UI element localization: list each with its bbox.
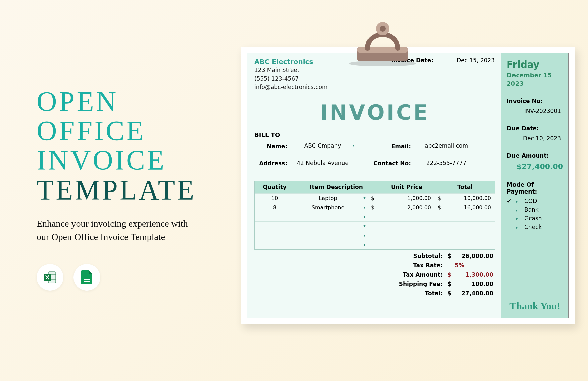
payment-option-label: COD: [524, 198, 563, 204]
bill-to-email-input[interactable]: abc2email.com: [413, 142, 480, 150]
invoice-page: ABC Electronics 123 Main Street (555) 12…: [247, 53, 569, 318]
payment-option[interactable]: Check: [507, 224, 563, 230]
bill-to-name-input[interactable]: ABC Cmpany: [289, 142, 356, 150]
shipping-label: Shipping Fee:: [395, 281, 445, 287]
invoice-sidebar: Friday December 15 2023 Invoice No: INV-…: [501, 53, 568, 318]
due-amount-value: $27,400.00: [507, 162, 563, 171]
check-icon: [507, 198, 513, 204]
chevron-down-icon[interactable]: ▾: [361, 222, 368, 231]
left-panel: OPEN OFFICE INVOICE TEMPLATE Enhance you…: [37, 87, 207, 291]
items-table-header: Quatity Item Description Unit Price Tota…: [255, 181, 495, 193]
cell-total-currency: $: [435, 204, 445, 211]
payment-option-label: Bank: [524, 206, 563, 213]
clipboard-clip-icon: [344, 10, 421, 67]
payment-option-label: Gcash: [524, 215, 563, 222]
svg-point-8: [349, 61, 416, 66]
table-row[interactable]: ▾: [255, 231, 495, 240]
payment-option-label: Check: [524, 224, 563, 230]
due-date-value: Dec 10, 2023: [507, 135, 563, 142]
thank-you: Thank You!: [507, 300, 563, 312]
cell-qty[interactable]: 8: [255, 204, 295, 211]
bill-to-contact-input[interactable]: 222-555-7777: [413, 160, 480, 167]
cell-total: 16,000.00: [445, 204, 495, 211]
chevron-down-icon[interactable]: ▾: [361, 212, 368, 221]
chevron-down-icon[interactable]: ▾: [361, 231, 368, 240]
cell-unit[interactable]: 2,000.00: [378, 204, 435, 211]
excel-icon[interactable]: [37, 264, 63, 291]
total-value: 27,400.00: [455, 290, 495, 297]
due-date-label: Due Date:: [507, 125, 563, 132]
totals-block: Subtotal: $ 26,000.00 Tax Rate: 5% Tax A…: [254, 252, 495, 298]
table-row[interactable]: ▾: [255, 212, 495, 221]
chevron-down-icon: [516, 215, 522, 222]
tax-amount-value: 1,300.00: [455, 271, 495, 278]
bill-to-address-input[interactable]: 42 Nebula Avenue: [289, 160, 356, 167]
bill-to-address-label: Address:: [254, 160, 289, 167]
table-row[interactable]: ▾: [255, 221, 495, 231]
title-line-3: INVOICE: [37, 146, 207, 175]
due-amount-label: Due Amount:: [507, 152, 563, 159]
subtotal-value: 26,000.00: [455, 253, 495, 259]
cell-unit-currency: $: [368, 204, 378, 211]
invoice-date-value: Dec 15, 2023: [457, 57, 495, 64]
cell-qty[interactable]: 10: [255, 195, 295, 201]
bill-to-email-label: Email:: [364, 143, 413, 150]
currency-symbol: $: [445, 253, 455, 259]
bill-to-grid: Name: ABC Cmpany Email: abc2email.com Ad…: [254, 142, 495, 167]
cell-desc[interactable]: Laptop: [295, 195, 361, 201]
title-line-4: TEMPLATE: [37, 175, 207, 205]
cell-unit-currency: $: [368, 195, 378, 201]
subtotal-label: Subtotal:: [395, 253, 445, 259]
col-description: Item Description: [295, 181, 378, 193]
mode-of-payment-label: Mode Of Payment:: [507, 181, 563, 195]
cell-total-currency: $: [435, 195, 445, 201]
bill-to-title: BILL TO: [254, 131, 495, 138]
title-line-1: OPEN: [37, 87, 207, 116]
cell-unit[interactable]: 1,000.00: [378, 195, 435, 201]
col-quantity: Quatity: [255, 181, 295, 193]
table-row[interactable]: ▾: [255, 240, 495, 249]
company-street: 123 Main Street: [254, 66, 495, 75]
cell-desc[interactable]: Smartphone: [295, 204, 361, 211]
invoice-no-label: Invoice No:: [507, 98, 563, 104]
invoice-card: ABC Electronics 123 Main Street (555) 12…: [241, 47, 575, 324]
svg-point-12: [380, 26, 386, 32]
col-total: Total: [435, 181, 495, 193]
items-table: Quatity Item Description Unit Price Tota…: [254, 181, 495, 250]
invoice-main: ABC Electronics 123 Main Street (555) 12…: [247, 53, 501, 318]
col-unit-price: Unit Price: [378, 181, 435, 193]
company-email: info@abc-electronics.com: [254, 83, 495, 92]
payment-option[interactable]: Gcash: [507, 215, 563, 222]
svg-rect-10: [357, 47, 408, 53]
payment-options: CODBankGcashCheck: [507, 198, 563, 230]
app-icon-row: [37, 264, 207, 291]
bill-to-contact-label: Contact No:: [364, 160, 413, 167]
bill-to-name-label: Name:: [254, 143, 289, 150]
table-row[interactable]: 10Laptop▾$1,000.00$10,000.00: [255, 193, 495, 203]
total-label: Total:: [395, 290, 445, 297]
payment-option[interactable]: COD: [507, 198, 563, 204]
google-sheets-icon[interactable]: [74, 264, 100, 291]
chevron-down-icon: [516, 224, 522, 230]
invoice-no-value: INV-2023001: [507, 108, 563, 114]
chevron-down-icon[interactable]: ▾: [361, 203, 368, 212]
chevron-down-icon: [516, 206, 522, 213]
subtitle: Enhance your invoicing experience with o…: [37, 217, 190, 244]
side-day: Friday: [507, 59, 563, 70]
chevron-down-icon[interactable]: ▾: [361, 240, 368, 249]
payment-option[interactable]: Bank: [507, 206, 563, 213]
side-year: 2023: [507, 80, 563, 87]
table-row[interactable]: 8Smartphone▾$2,000.00$16,000.00: [255, 203, 495, 212]
side-date: December 15: [507, 72, 563, 79]
tax-rate-label: Tax Rate:: [395, 262, 445, 269]
tax-rate-value: 5%: [455, 262, 495, 269]
company-phone: (555) 123-4567: [254, 75, 495, 83]
tax-amount-label: Tax Amount:: [395, 271, 445, 278]
invoice-heading: INVOICE: [254, 100, 495, 125]
chevron-down-icon: [516, 198, 522, 204]
title-line-2: OFFICE: [37, 116, 207, 146]
shipping-value: 100.00: [455, 281, 495, 287]
chevron-down-icon[interactable]: ▾: [361, 194, 368, 203]
cell-total: 10,000.00: [445, 195, 495, 201]
